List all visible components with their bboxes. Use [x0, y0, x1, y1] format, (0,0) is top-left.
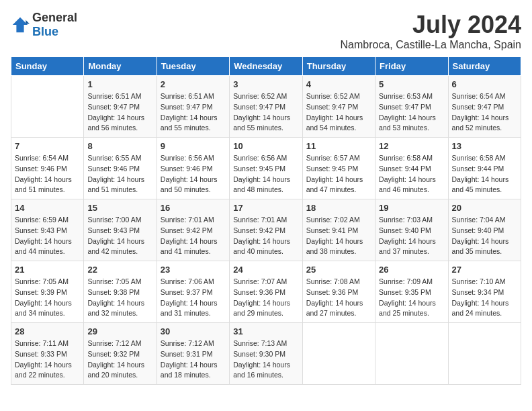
calendar-cell: 8Sunrise: 6:55 AMSunset: 9:46 PMDaylight…	[84, 138, 157, 199]
week-row-1: 1Sunrise: 6:51 AMSunset: 9:47 PMDaylight…	[11, 76, 521, 138]
cell-content: Sunrise: 7:11 AMSunset: 9:33 PMDaylight:…	[15, 338, 80, 381]
calendar-cell: 23Sunrise: 7:06 AMSunset: 9:37 PMDayligh…	[157, 261, 229, 323]
day-number: 1	[87, 79, 152, 89]
calendar-table: SundayMondayTuesdayWednesdayThursdayFrid…	[11, 56, 521, 385]
calendar-cell: 31Sunrise: 7:13 AMSunset: 9:30 PMDayligh…	[230, 323, 302, 385]
calendar-cell: 26Sunrise: 7:09 AMSunset: 9:35 PMDayligh…	[375, 261, 448, 323]
calendar-cell: 15Sunrise: 7:00 AMSunset: 9:43 PMDayligh…	[84, 199, 157, 261]
day-number: 26	[379, 265, 444, 275]
cell-content: Sunrise: 6:54 AMSunset: 9:47 PMDaylight:…	[452, 91, 517, 134]
calendar-cell: 16Sunrise: 7:01 AMSunset: 9:42 PMDayligh…	[157, 199, 229, 261]
day-number: 10	[233, 141, 298, 151]
cell-content: Sunrise: 7:05 AMSunset: 9:39 PMDaylight:…	[15, 277, 80, 319]
day-number: 5	[379, 79, 444, 89]
calendar-cell: 9Sunrise: 6:56 AMSunset: 9:46 PMDaylight…	[157, 138, 229, 199]
cell-content: Sunrise: 7:07 AMSunset: 9:36 PMDaylight:…	[233, 277, 298, 319]
day-header-tuesday: Tuesday	[157, 57, 229, 76]
day-number: 24	[233, 265, 298, 275]
cell-content: Sunrise: 7:08 AMSunset: 9:36 PMDaylight:…	[306, 277, 371, 319]
day-number: 13	[452, 141, 517, 151]
calendar-body: 1Sunrise: 6:51 AMSunset: 9:47 PMDaylight…	[11, 76, 521, 385]
day-number: 17	[233, 203, 298, 213]
cell-content: Sunrise: 7:00 AMSunset: 9:43 PMDaylight:…	[87, 215, 152, 257]
cell-content: Sunrise: 6:51 AMSunset: 9:47 PMDaylight:…	[161, 91, 226, 134]
logo-general-text: General	[32, 11, 77, 24]
day-number: 21	[15, 265, 80, 275]
day-number: 18	[306, 203, 371, 213]
calendar-header-row: SundayMondayTuesdayWednesdayThursdayFrid…	[11, 57, 521, 76]
day-header-wednesday: Wednesday	[230, 57, 302, 76]
day-header-friday: Friday	[375, 57, 448, 76]
cell-content: Sunrise: 7:04 AMSunset: 9:40 PMDaylight:…	[452, 215, 517, 257]
cell-content: Sunrise: 7:01 AMSunset: 9:42 PMDaylight:…	[233, 215, 298, 257]
day-number: 14	[15, 203, 80, 213]
day-header-monday: Monday	[84, 57, 157, 76]
calendar-cell	[375, 323, 448, 385]
week-row-4: 21Sunrise: 7:05 AMSunset: 9:39 PMDayligh…	[11, 261, 521, 323]
svg-marker-0	[13, 17, 28, 32]
cell-content: Sunrise: 6:56 AMSunset: 9:46 PMDaylight:…	[161, 153, 226, 195]
calendar-cell: 22Sunrise: 7:05 AMSunset: 9:38 PMDayligh…	[84, 261, 157, 323]
cell-content: Sunrise: 7:03 AMSunset: 9:40 PMDaylight:…	[379, 215, 444, 257]
cell-content: Sunrise: 6:59 AMSunset: 9:43 PMDaylight:…	[15, 215, 80, 257]
day-number: 27	[452, 265, 517, 275]
calendar-cell: 29Sunrise: 7:12 AMSunset: 9:32 PMDayligh…	[84, 323, 157, 385]
cell-content: Sunrise: 7:10 AMSunset: 9:34 PMDaylight:…	[452, 277, 517, 319]
calendar-cell: 2Sunrise: 6:51 AMSunset: 9:47 PMDaylight…	[157, 76, 229, 138]
calendar-cell: 10Sunrise: 6:56 AMSunset: 9:45 PMDayligh…	[230, 138, 302, 199]
calendar-cell: 30Sunrise: 7:12 AMSunset: 9:31 PMDayligh…	[157, 323, 229, 385]
day-number: 8	[87, 141, 152, 151]
cell-content: Sunrise: 7:09 AMSunset: 9:35 PMDaylight:…	[379, 277, 444, 319]
day-number: 20	[452, 203, 517, 213]
calendar-cell: 4Sunrise: 6:52 AMSunset: 9:47 PMDaylight…	[302, 76, 375, 138]
cell-content: Sunrise: 6:55 AMSunset: 9:46 PMDaylight:…	[87, 153, 152, 195]
cell-content: Sunrise: 6:56 AMSunset: 9:45 PMDaylight:…	[233, 153, 298, 195]
calendar-cell: 12Sunrise: 6:58 AMSunset: 9:44 PMDayligh…	[375, 138, 448, 199]
calendar-cell: 25Sunrise: 7:08 AMSunset: 9:36 PMDayligh…	[302, 261, 375, 323]
cell-content: Sunrise: 7:06 AMSunset: 9:37 PMDaylight:…	[161, 277, 226, 319]
day-number: 11	[306, 141, 371, 151]
day-number: 6	[452, 79, 517, 89]
cell-content: Sunrise: 7:13 AMSunset: 9:30 PMDaylight:…	[233, 338, 298, 381]
calendar-cell: 1Sunrise: 6:51 AMSunset: 9:47 PMDaylight…	[84, 76, 157, 138]
week-row-3: 14Sunrise: 6:59 AMSunset: 9:43 PMDayligh…	[11, 199, 521, 261]
calendar-cell: 28Sunrise: 7:11 AMSunset: 9:33 PMDayligh…	[11, 323, 84, 385]
week-row-5: 28Sunrise: 7:11 AMSunset: 9:33 PMDayligh…	[11, 323, 521, 385]
cell-content: Sunrise: 7:02 AMSunset: 9:41 PMDaylight:…	[306, 215, 371, 257]
day-header-saturday: Saturday	[448, 57, 521, 76]
cell-content: Sunrise: 7:12 AMSunset: 9:32 PMDaylight:…	[87, 338, 152, 381]
day-number: 15	[87, 203, 152, 213]
cell-content: Sunrise: 6:51 AMSunset: 9:47 PMDaylight:…	[87, 91, 152, 134]
cell-content: Sunrise: 6:52 AMSunset: 9:47 PMDaylight:…	[306, 91, 371, 134]
cell-content: Sunrise: 6:54 AMSunset: 9:46 PMDaylight:…	[15, 153, 80, 195]
week-row-2: 7Sunrise: 6:54 AMSunset: 9:46 PMDaylight…	[11, 138, 521, 199]
cell-content: Sunrise: 6:58 AMSunset: 9:44 PMDaylight:…	[452, 153, 517, 195]
header: General Blue July 2024 Nambroca, Castill…	[11, 11, 521, 51]
day-number: 9	[161, 141, 226, 151]
subtitle: Nambroca, Castille-La Mancha, Spain	[341, 39, 521, 51]
logo: General Blue	[11, 11, 77, 39]
calendar-cell: 13Sunrise: 6:58 AMSunset: 9:44 PMDayligh…	[448, 138, 521, 199]
cell-content: Sunrise: 6:58 AMSunset: 9:44 PMDaylight:…	[379, 153, 444, 195]
cell-content: Sunrise: 7:12 AMSunset: 9:31 PMDaylight:…	[161, 338, 226, 381]
calendar-cell: 14Sunrise: 6:59 AMSunset: 9:43 PMDayligh…	[11, 199, 84, 261]
day-number: 19	[379, 203, 444, 213]
logo-blue-text: Blue	[32, 25, 58, 38]
title-area: July 2024 Nambroca, Castille-La Mancha, …	[341, 11, 521, 51]
day-number: 29	[87, 326, 152, 336]
day-header-sunday: Sunday	[11, 57, 84, 76]
calendar-cell: 17Sunrise: 7:01 AMSunset: 9:42 PMDayligh…	[230, 199, 302, 261]
day-number: 23	[161, 265, 226, 275]
main-title: July 2024	[341, 11, 521, 39]
day-number: 4	[306, 79, 371, 89]
logo-icon	[11, 15, 30, 34]
day-number: 12	[379, 141, 444, 151]
day-number: 25	[306, 265, 371, 275]
day-header-thursday: Thursday	[302, 57, 375, 76]
calendar-cell: 20Sunrise: 7:04 AMSunset: 9:40 PMDayligh…	[448, 199, 521, 261]
calendar-cell: 6Sunrise: 6:54 AMSunset: 9:47 PMDaylight…	[448, 76, 521, 138]
day-number: 7	[15, 141, 80, 151]
calendar-cell: 7Sunrise: 6:54 AMSunset: 9:46 PMDaylight…	[11, 138, 84, 199]
day-number: 16	[161, 203, 226, 213]
calendar-cell	[11, 76, 84, 138]
